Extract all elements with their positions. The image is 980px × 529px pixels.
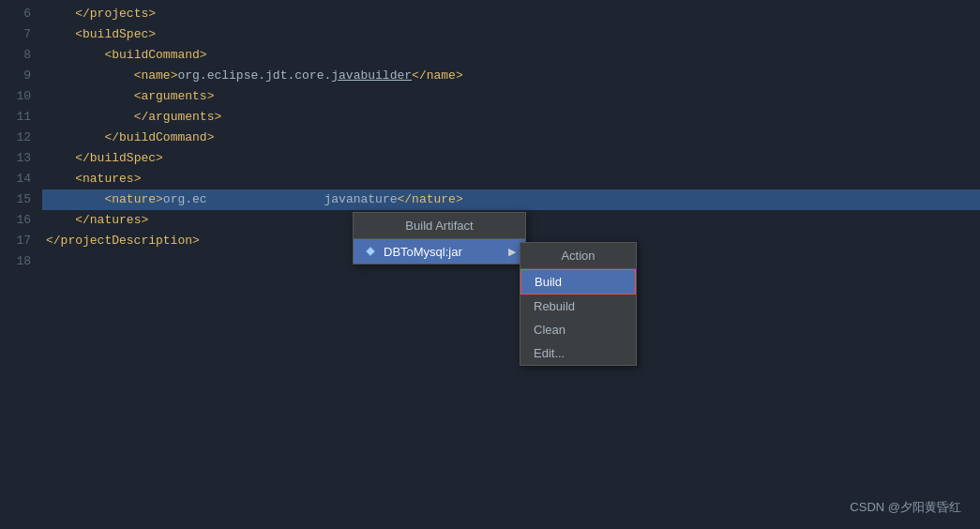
build-artifact-title: Build Artifact [354, 213, 525, 239]
code-line: <nature>org.ec javanature</nature> [42, 189, 980, 210]
line-number: 8 [0, 45, 31, 66]
line-number: 13 [0, 148, 31, 169]
line-number: 15 [0, 189, 31, 210]
code-area: 6789101112131415161718 </projects> <buil… [0, 0, 980, 529]
line-number: 6 [0, 4, 31, 24]
artifact-item[interactable]: DBToMysql:jar ▶ [354, 239, 525, 264]
line-number: 12 [0, 128, 31, 148]
line-number: 11 [0, 107, 31, 128]
action-menu-item[interactable]: Edit... [520, 341, 636, 365]
line-number: 16 [0, 210, 31, 231]
action-menu: Action BuildRebuildCleanEdit... [520, 242, 637, 366]
artifact-icon [363, 244, 378, 259]
action-menu-item[interactable]: Rebuild [520, 295, 636, 318]
line-number: 10 [0, 86, 31, 107]
line-number: 14 [0, 169, 31, 189]
line-number: 9 [0, 66, 31, 86]
artifact-label: DBToMysql:jar [384, 245, 462, 259]
line-numbers: 6789101112131415161718 [0, 0, 42, 529]
code-line: </buildSpec> [42, 148, 980, 169]
action-menu-item[interactable]: Clean [520, 318, 636, 341]
code-line: <arguments> [42, 86, 980, 107]
line-number: 18 [0, 251, 31, 272]
code-content: </projects> <buildSpec> <buildCommand> <… [42, 0, 980, 529]
action-menu-title: Action [520, 243, 636, 269]
code-line: </arguments> [42, 107, 980, 128]
editor: 6789101112131415161718 </projects> <buil… [0, 0, 980, 529]
code-line: <buildSpec> [42, 24, 980, 45]
code-line: </projects> [42, 4, 980, 24]
build-artifact-menu: Build Artifact DBToMysql:jar ▶ [353, 212, 526, 264]
action-menu-item[interactable]: Build [520, 269, 636, 295]
code-line: <name>org.eclipse.jdt.core.javabuilder</… [42, 66, 980, 86]
watermark: CSDN @夕阳黄昏红 [850, 499, 961, 516]
line-number: 17 [0, 231, 31, 251]
code-line: <buildCommand> [42, 45, 980, 66]
submenu-arrow: ▶ [508, 246, 516, 258]
line-number: 7 [0, 24, 31, 45]
code-line: </buildCommand> [42, 128, 980, 148]
code-line: <natures> [42, 169, 980, 189]
